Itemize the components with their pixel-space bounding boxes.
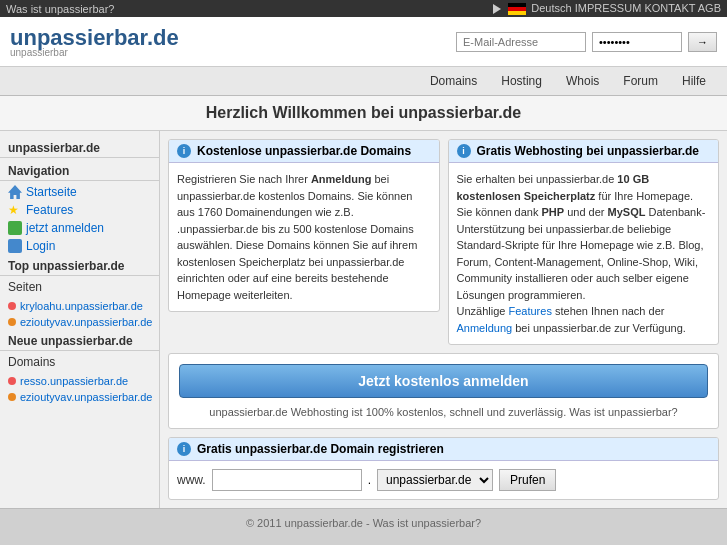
- features-link[interactable]: Features: [508, 305, 551, 317]
- login-icon: [8, 239, 22, 253]
- sidebar-item-features[interactable]: ★ Features: [0, 201, 159, 219]
- topbar-question: Was ist unpassierbar?: [6, 3, 114, 15]
- topbar-agb[interactable]: AGB: [698, 2, 721, 14]
- star-icon: ★: [8, 203, 22, 217]
- right-column: i Gratis Webhosting bei unpassierbar.de …: [448, 139, 720, 345]
- sidebar-label-ezioutyvav: ezioutyvav.unpassierbar.de: [20, 316, 153, 328]
- sidebar-label-features: Features: [26, 203, 73, 217]
- content-columns: i Kostenlose unpassierbar.de Domains Reg…: [168, 139, 719, 345]
- welcome-banner: Herzlich Willkommen bei unpassierbar.de: [0, 96, 727, 131]
- dot-separator: .: [368, 473, 371, 487]
- cta-button[interactable]: Jetzt kostenlos anmelden: [179, 364, 708, 398]
- topbar: Was ist unpassierbar? Deutsch IMPRESSUM …: [0, 0, 727, 17]
- left-column: i Kostenlose unpassierbar.de Domains Reg…: [168, 139, 440, 345]
- domains-box: i Kostenlose unpassierbar.de Domains Reg…: [168, 139, 440, 312]
- www-label: www.: [177, 473, 206, 487]
- tab-whois[interactable]: Whois: [555, 70, 610, 92]
- navbar: Domains Hosting Whois Forum Hilfe: [0, 67, 727, 96]
- topbar-impressum[interactable]: IMPRESSUM: [575, 2, 642, 14]
- sidebar-label-resso: resso.unpassierbar.de: [20, 375, 128, 387]
- hosting-box-body: Sie erhalten bei unpassierbar.de 10 GB k…: [449, 163, 719, 344]
- sidebar-section-neue: Neue unpassierbar.de: [0, 330, 159, 351]
- sidebar-item-resso[interactable]: resso.unpassierbar.de: [0, 373, 159, 389]
- domain-reg-body: www. . unpassierbar.de Prufen: [169, 461, 718, 499]
- welcome-text: Herzlich Willkommen bei unpassierbar.de: [206, 104, 522, 121]
- tab-domains[interactable]: Domains: [419, 70, 488, 92]
- sidebar-item-login[interactable]: Login: [0, 237, 159, 255]
- login-button[interactable]: →: [688, 32, 717, 52]
- content-area: i Kostenlose unpassierbar.de Domains Reg…: [160, 131, 727, 508]
- sidebar-label-login: Login: [26, 239, 55, 253]
- domain-name-input[interactable]: [212, 469, 362, 491]
- hosting-box: i Gratis Webhosting bei unpassierbar.de …: [448, 139, 720, 345]
- sidebar-section-navigation: Navigation: [0, 160, 159, 181]
- domain-check-button[interactable]: Prufen: [499, 469, 556, 491]
- main-layout: unpassierbar.de Navigation Startseite ★ …: [0, 131, 727, 508]
- sidebar-item-register[interactable]: jetzt anmelden: [0, 219, 159, 237]
- flag-icon: [508, 3, 526, 15]
- domain-registration-box: i Gratis unpassierbar.de Domain registri…: [168, 437, 719, 500]
- hosting-box-header: i Gratis Webhosting bei unpassierbar.de: [449, 140, 719, 163]
- login-area: →: [456, 32, 717, 52]
- hosting-box-icon: i: [457, 144, 471, 158]
- domain-extension-select[interactable]: unpassierbar.de: [377, 469, 493, 491]
- footer: © 2011 unpassierbar.de - Was ist unpassi…: [0, 508, 727, 537]
- cta-text: unpassierbar.de Webhosting ist 100% kost…: [179, 406, 708, 418]
- sidebar-item-kryloahu[interactable]: kryloahu.unpassierbar.de: [0, 298, 159, 314]
- domains-box-body: Registrieren Sie nach Ihrer Anmeldung be…: [169, 163, 439, 311]
- sidebar-label-ezioutyvav2: ezioutyvav.unpassierbar.de: [20, 391, 153, 403]
- sidebar-section-domains: Domains: [0, 353, 159, 371]
- hosting-box-title: Gratis Webhosting bei unpassierbar.de: [477, 144, 700, 158]
- dot-icon-1: [8, 302, 16, 310]
- domain-reg-header: i Gratis unpassierbar.de Domain registri…: [169, 438, 718, 461]
- cta-section: Jetzt kostenlos anmelden unpassierbar.de…: [168, 353, 719, 429]
- domains-box-title: Kostenlose unpassierbar.de Domains: [197, 144, 411, 158]
- email-field[interactable]: [456, 32, 586, 52]
- sidebar-label-startseite: Startseite: [26, 185, 77, 199]
- domain-reg-icon: i: [177, 442, 191, 456]
- play-icon[interactable]: [493, 4, 501, 14]
- topbar-language[interactable]: Deutsch: [531, 2, 571, 14]
- domain-reg-title: Gratis unpassierbar.de Domain registrier…: [197, 442, 444, 456]
- sidebar: unpassierbar.de Navigation Startseite ★ …: [0, 131, 160, 508]
- domains-box-icon: i: [177, 144, 191, 158]
- topbar-kontakt[interactable]: KONTAKT: [644, 2, 695, 14]
- sidebar-label-kryloahu: kryloahu.unpassierbar.de: [20, 300, 143, 312]
- sidebar-section-top: Top unpassierbar.de: [0, 255, 159, 276]
- sidebar-item-ezioutyvav2[interactable]: ezioutyvav.unpassierbar.de: [0, 389, 159, 405]
- sidebar-section-seiten: Seiten: [0, 278, 159, 296]
- sidebar-label-register: jetzt anmelden: [26, 221, 104, 235]
- footer-text: © 2011 unpassierbar.de - Was ist unpassi…: [246, 517, 481, 529]
- password-field[interactable]: [592, 32, 682, 52]
- home-icon: [8, 185, 22, 199]
- dot-icon-3: [8, 377, 16, 385]
- register-icon: [8, 221, 22, 235]
- tab-hilfe[interactable]: Hilfe: [671, 70, 717, 92]
- dot-icon-2: [8, 318, 16, 326]
- anmeldung-link[interactable]: Anmeldung: [457, 322, 513, 334]
- tab-hosting[interactable]: Hosting: [490, 70, 553, 92]
- domains-box-header: i Kostenlose unpassierbar.de Domains: [169, 140, 439, 163]
- logo-area: unpassierbar.de unpassierbar: [10, 25, 179, 58]
- tab-forum[interactable]: Forum: [612, 70, 669, 92]
- topbar-right: Deutsch IMPRESSUM KONTAKT AGB: [493, 2, 721, 15]
- sidebar-item-ezioutyvav[interactable]: ezioutyvav.unpassierbar.de: [0, 314, 159, 330]
- sidebar-section-unpassierbar: unpassierbar.de: [0, 137, 159, 158]
- header: unpassierbar.de unpassierbar →: [0, 17, 727, 67]
- sidebar-item-startseite[interactable]: Startseite: [0, 183, 159, 201]
- dot-icon-4: [8, 393, 16, 401]
